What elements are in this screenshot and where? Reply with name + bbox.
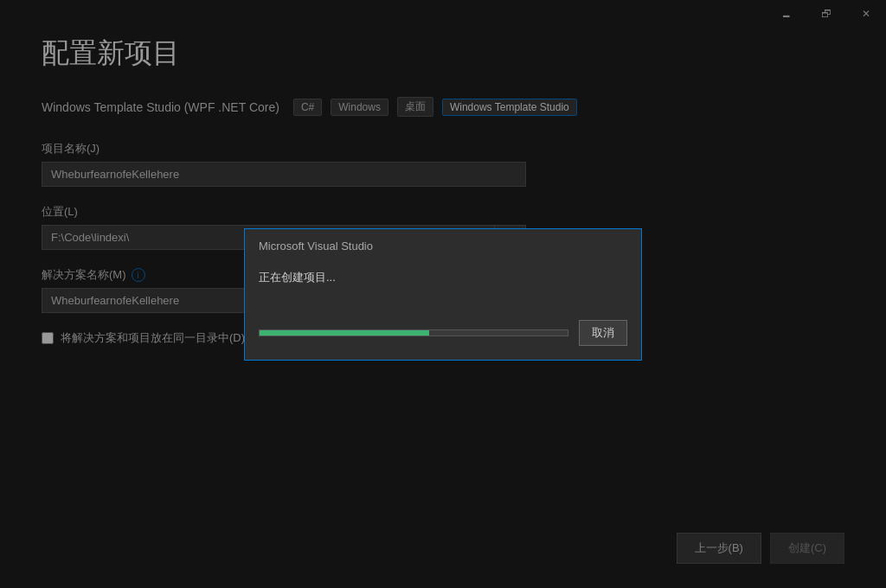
modal-status: 正在创建项目...	[259, 270, 627, 285]
progress-bar-fill	[260, 330, 429, 336]
cancel-button[interactable]: 取消	[579, 320, 627, 346]
modal-dialog: Microsoft Visual Studio 正在创建项目... 取消	[244, 228, 642, 361]
progress-bar	[259, 329, 568, 336]
modal-overlay: Microsoft Visual Studio 正在创建项目... 取消	[0, 0, 886, 588]
modal-footer: 取消	[245, 320, 641, 360]
modal-body: 正在创建项目...	[245, 259, 641, 320]
modal-title: Microsoft Visual Studio	[245, 229, 641, 259]
